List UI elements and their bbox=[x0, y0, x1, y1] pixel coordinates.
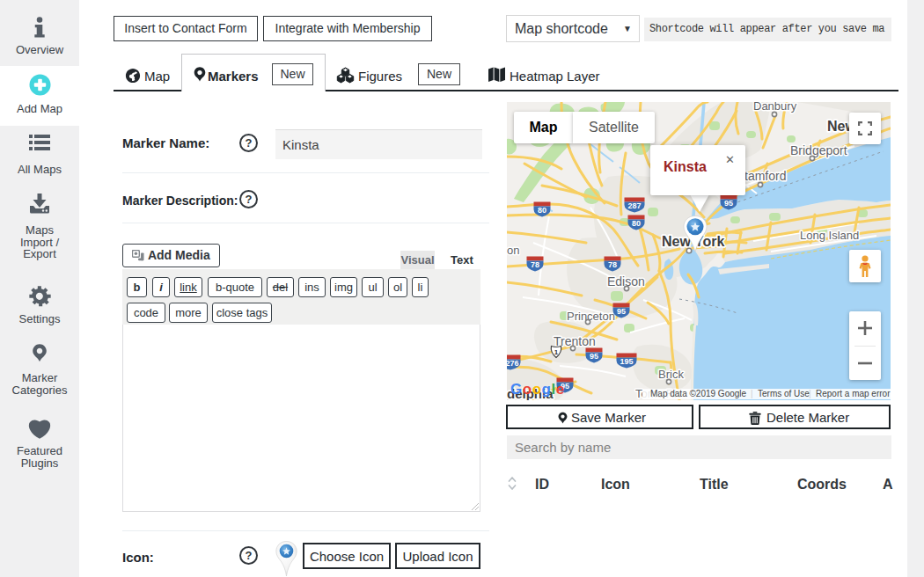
svg-text:80: 80 bbox=[538, 206, 546, 215]
svg-text:276: 276 bbox=[507, 359, 519, 368]
svg-text:95: 95 bbox=[724, 199, 733, 208]
svg-text:tamford: tamford bbox=[744, 169, 786, 183]
svg-text:195: 195 bbox=[620, 357, 633, 366]
svg-text:Long Island: Long Island bbox=[800, 229, 859, 242]
svg-text:Bridgeport: Bridgeport bbox=[790, 143, 847, 157]
svg-text:95: 95 bbox=[590, 352, 598, 361]
svg-text:Google: Google bbox=[510, 381, 565, 398]
svg-text:80: 80 bbox=[632, 219, 641, 228]
svg-text:Brick: Brick bbox=[658, 368, 684, 381]
svg-text:Princeton: Princeton bbox=[567, 310, 615, 323]
svg-text:287: 287 bbox=[627, 201, 641, 210]
svg-text:Danbury: Danbury bbox=[753, 102, 797, 113]
svg-text:95: 95 bbox=[617, 307, 626, 316]
svg-text:1: 1 bbox=[554, 348, 559, 356]
svg-text:on: on bbox=[507, 244, 519, 257]
svg-text:78: 78 bbox=[531, 260, 539, 269]
svg-text:78: 78 bbox=[608, 260, 617, 269]
